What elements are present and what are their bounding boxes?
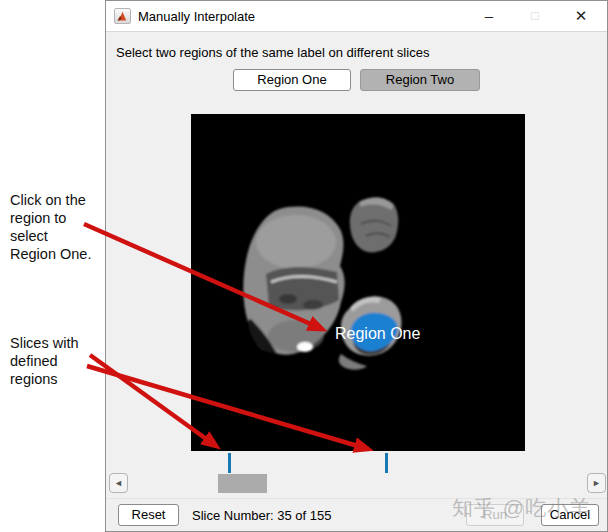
blob-shadow — [268, 320, 324, 352]
page-background: Click on the region to select Region One… — [0, 0, 608, 532]
footer-divider — [106, 498, 607, 499]
slice-image-canvas: Region One — [191, 114, 525, 451]
minimize-button[interactable]: – — [474, 1, 504, 31]
blob-texture — [279, 294, 297, 304]
reset-button[interactable]: Reset — [118, 504, 179, 526]
slider-thumb[interactable] — [218, 474, 267, 493]
slice-number-status: Slice Number: 35 of 155 — [192, 508, 331, 523]
manually-interpolate-dialog: Manually Interpolate – □ ✕ Select two re… — [105, 0, 608, 532]
slice-blob-tail — [339, 354, 367, 370]
defined-slice-tick — [228, 453, 231, 473]
matlab-icon — [114, 8, 131, 24]
blob-dark-band — [266, 267, 339, 310]
defined-slice-tick — [385, 453, 388, 473]
blob-highlight — [256, 215, 336, 269]
blob-white-spot — [297, 342, 313, 352]
blob-texture — [303, 300, 323, 310]
cancel-button[interactable]: Cancel — [541, 504, 599, 526]
run-button: Run — [466, 504, 524, 526]
annotation-click-region: Click on the region to select Region One… — [10, 191, 108, 263]
window-title: Manually Interpolate — [138, 9, 255, 24]
region-two-button[interactable]: Region Two — [360, 69, 480, 91]
close-button[interactable]: ✕ — [566, 1, 596, 31]
region-one-label: Region One — [335, 325, 420, 342]
annotation-slices-defined: Slices with defined regions — [10, 334, 108, 388]
slider-right-arrow-button[interactable]: ► — [587, 473, 606, 493]
slice-image[interactable]: Region One — [191, 114, 525, 451]
region-one-button[interactable]: Region One — [233, 69, 351, 91]
slider-left-arrow-button[interactable]: ◄ — [109, 473, 128, 493]
instruction-text: Select two regions of the same label on … — [116, 45, 429, 60]
maximize-button: □ — [520, 1, 550, 31]
title-bar[interactable]: Manually Interpolate – □ ✕ — [106, 1, 607, 32]
